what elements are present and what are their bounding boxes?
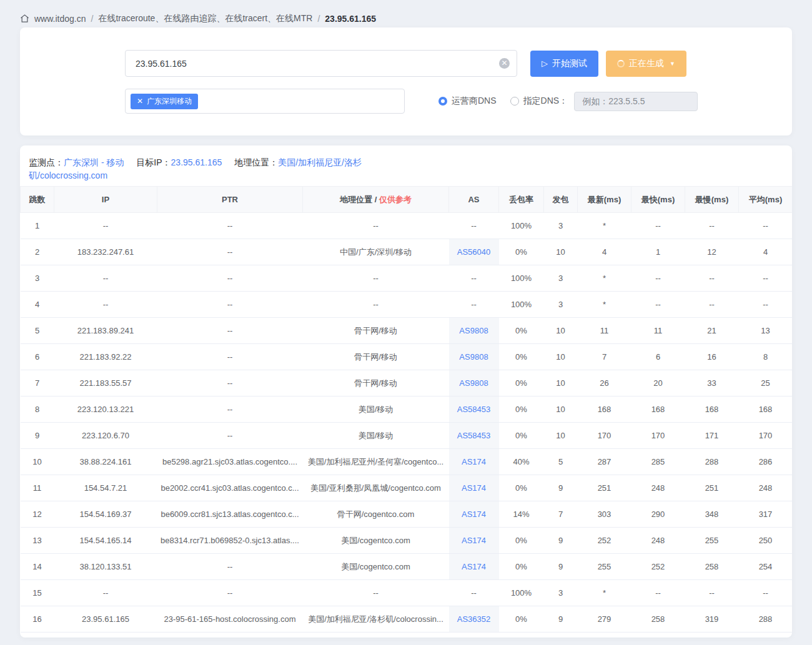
cell-slowest: 319 [685,606,739,633]
caret-down-icon: ▼ [670,61,675,67]
cell-slowest: 12 [685,239,739,265]
cell-as: AS174 [449,501,499,528]
breadcrumb-separator: / [317,14,320,24]
node-tag[interactable]: ✕ 广东深圳移动 [131,94,198,109]
cell-fastest: 11 [631,318,685,344]
col-fastest: 最快(ms) [631,187,685,213]
as-link[interactable]: AS9808 [459,352,488,362]
cell-sent: 9 [544,528,578,554]
tag-close-icon[interactable]: ✕ [137,97,143,106]
table-row: 1--------100%3*------ [21,213,793,239]
cell-loss: 100% [499,580,544,606]
cell-ptr: be2002.ccr41.sjc03.atlas.cogentco.c... [157,475,303,501]
cell-geo: 美国/cogentco.com [303,528,449,554]
cell-sent: 10 [544,344,578,370]
cell-ip: 23.95.61.165 [54,606,157,633]
cell-geo: 骨干网/移动 [303,370,449,396]
table-row: 6221.183.92.22--骨干网/移动AS98080%1076168 [21,344,793,370]
cell-avg: 168 [739,396,793,423]
cell-avg: -- [739,580,793,606]
cell-sent: 3 [544,580,578,606]
cell-latest: * [578,265,631,292]
cell-latest: 303 [578,501,631,528]
target-ip-link[interactable]: 23.95.61.165 [171,157,222,167]
cell-sent: 10 [544,396,578,423]
as-link[interactable]: AS174 [462,536,486,545]
cell-loss: 0% [499,475,544,501]
radio-isp-dns-label: 运营商DNS [452,96,497,107]
cell-geo: 骨干网/移动 [303,318,449,344]
radio-isp-dns[interactable]: 运营商DNS [438,96,497,107]
cell-sent: 10 [544,318,578,344]
breadcrumb-site[interactable]: www.itdog.cn [34,14,86,24]
cell-loss: 0% [499,396,544,423]
as-link[interactable]: AS36352 [457,614,491,624]
cell-slowest: 258 [685,554,739,580]
col-slowest: 最慢(ms) [685,187,739,213]
cell-ip: 223.120.6.70 [54,423,157,449]
cell-geo: 美国/移动 [303,423,449,449]
table-row: 1623.95.61.16523-95-61-165-host.colocros… [21,606,793,633]
cell-ptr: -- [157,344,303,370]
cell-fastest: 6 [631,344,685,370]
cell-ip: -- [54,213,157,239]
table-row: 7221.183.55.57--骨干网/移动AS98080%1026203325 [21,370,793,396]
col-geo: 地理位置 / 仅供参考 [303,187,449,213]
cell-fastest: -- [631,265,685,292]
table-row: 2183.232.247.61--中国/广东/深圳/移动AS560400%104… [21,239,793,265]
col-geo-note: 仅供参考 [379,195,412,204]
as-link[interactable]: AS174 [462,562,486,571]
control-card: ✕ ▷ 开始测试 正在生成 ▼ ✕ 广东深圳移动 [20,27,792,135]
cell-hop: 15 [21,580,54,606]
table-row: 5221.183.89.241--骨干网/移动AS98080%101111211… [21,318,793,344]
cell-ptr: 23-95-61-165-host.colocrossing.com [157,606,303,633]
cell-latest: 255 [578,554,631,580]
radio-unchecked-icon [510,97,519,106]
cell-hop: 11 [21,475,54,501]
cell-as: AS9808 [449,344,499,370]
cell-avg: 288 [739,606,793,633]
cell-ptr: -- [157,265,303,292]
cell-hop: 16 [21,606,54,633]
radio-custom-dns[interactable]: 指定DNS： [510,96,568,107]
node-select-box[interactable]: ✕ 广东深圳移动 [125,89,405,114]
as-link[interactable]: AS58453 [457,405,491,414]
table-header-row: 跳数 IP PTR 地理位置 / 仅供参考 AS 丢包率 发包 最新(ms) 最… [21,187,793,213]
table-row: 13154.54.165.14be8314.rcr71.b069852-0.sj… [21,528,793,554]
cell-as: AS9808 [449,370,499,396]
cell-slowest: 348 [685,501,739,528]
col-avg: 平均(ms) [739,187,793,213]
as-link[interactable]: AS58453 [457,431,491,440]
cell-loss: 100% [499,265,544,292]
monitor-node-link[interactable]: 广东深圳 - 移动 [64,157,124,167]
col-ip: IP [54,187,157,213]
as-link[interactable]: AS174 [462,457,486,466]
as-link[interactable]: AS174 [462,510,486,519]
as-link[interactable]: AS56040 [457,247,491,257]
target-input[interactable] [125,50,517,77]
clear-input-icon[interactable]: ✕ [499,58,510,69]
cell-fastest: -- [631,292,685,318]
cell-ptr: -- [157,292,303,318]
cell-loss: 40% [499,449,544,475]
cell-slowest: 251 [685,475,739,501]
cell-ip: 221.183.89.241 [54,318,157,344]
as-link[interactable]: AS9808 [459,378,488,388]
generating-button[interactable]: 正在生成 ▼ [606,51,686,77]
dns-input[interactable] [574,92,698,111]
table-row: 1438.120.133.51--美国/cogentco.comAS1740%9… [21,554,793,580]
start-test-label: 开始测试 [552,58,587,69]
cell-ip: -- [54,292,157,318]
as-link[interactable]: AS9808 [459,326,488,335]
cell-loss: 0% [499,606,544,633]
cell-geo: 美国/移动 [303,396,449,423]
cell-latest: 168 [578,396,631,423]
as-link[interactable]: AS174 [462,483,486,493]
dns-options: 运营商DNS 指定DNS： [438,92,698,111]
home-icon[interactable] [20,14,29,23]
cell-hop: 4 [21,292,54,318]
breadcrumb-section[interactable]: 在线traceroute、在线路由追踪、在线tracert、在线MTR [98,13,312,24]
cell-ptr: be5298.agr21.sjc03.atlas.cogentco.... [157,449,303,475]
start-test-button[interactable]: ▷ 开始测试 [530,51,598,77]
cell-sent: 10 [544,370,578,396]
